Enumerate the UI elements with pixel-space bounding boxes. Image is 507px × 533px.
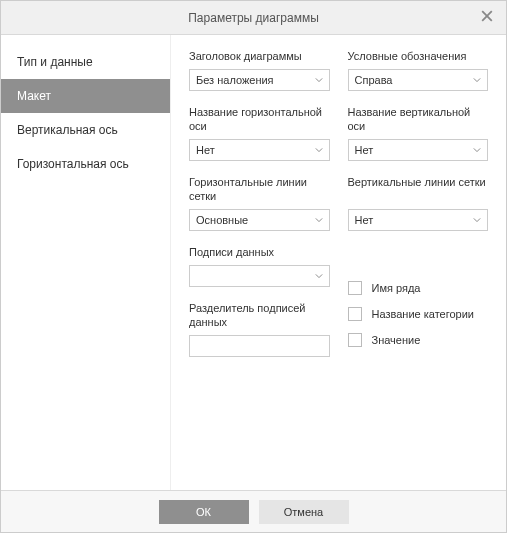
checkbox-value[interactable] bbox=[348, 333, 362, 347]
chevron-down-icon bbox=[473, 216, 481, 224]
label-data-labels: Подписи данных bbox=[189, 245, 330, 259]
cancel-button[interactable]: Отмена bbox=[259, 500, 349, 524]
select-h-gridlines[interactable]: Основные bbox=[189, 209, 330, 231]
label-y-axis-title: Название вертикальной оси bbox=[348, 105, 489, 133]
input-data-labels-sep[interactable] bbox=[189, 335, 330, 357]
right-column: Условные обозначения Справа Название вер… bbox=[348, 49, 489, 480]
sidebar-item-horizontal-axis[interactable]: Горизонтальная ось bbox=[1, 147, 170, 181]
chevron-down-icon bbox=[315, 216, 323, 224]
label-h-gridlines: Горизонтальные линии сетки bbox=[189, 175, 330, 203]
checkbox-row-value: Значение bbox=[348, 333, 489, 347]
chevron-down-icon bbox=[473, 76, 481, 84]
select-x-axis-title-value: Нет bbox=[196, 144, 215, 156]
select-v-gridlines-value: Нет bbox=[355, 214, 374, 226]
field-h-gridlines: Горизонтальные линии сетки Основные bbox=[189, 175, 330, 231]
label-data-labels-sep: Разделитель подписей данных bbox=[189, 301, 330, 329]
sidebar-item-vertical-axis[interactable]: Вертикальная ось bbox=[1, 113, 170, 147]
field-v-gridlines: Вертикальные линии сетки Нет bbox=[348, 175, 489, 231]
checkbox-value-label: Значение bbox=[372, 334, 421, 346]
close-icon bbox=[481, 8, 493, 26]
chevron-down-icon bbox=[473, 146, 481, 154]
checkbox-series-name[interactable] bbox=[348, 281, 362, 295]
field-y-axis-title: Название вертикальной оси Нет bbox=[348, 105, 489, 161]
dialog-body: Тип и данные Макет Вертикальная ось Гори… bbox=[1, 35, 506, 490]
chevron-down-icon bbox=[315, 272, 323, 280]
content: Заголовок диаграммы Без наложения Назван… bbox=[171, 35, 506, 490]
field-chart-title: Заголовок диаграммы Без наложения bbox=[189, 49, 330, 91]
dialog: Параметры диаграммы Тип и данные Макет В… bbox=[0, 0, 507, 533]
checkbox-row-category-name: Название категории bbox=[348, 307, 489, 321]
select-data-labels[interactable] bbox=[189, 265, 330, 287]
sidebar: Тип и данные Макет Вертикальная ось Гори… bbox=[1, 35, 171, 490]
footer: ОК Отмена bbox=[1, 490, 506, 532]
select-chart-title-value: Без наложения bbox=[196, 74, 274, 86]
checkbox-series-name-label: Имя ряда bbox=[372, 282, 421, 294]
field-legend: Условные обозначения Справа bbox=[348, 49, 489, 91]
select-chart-title[interactable]: Без наложения bbox=[189, 69, 330, 91]
field-x-axis-title: Название горизонтальной оси Нет bbox=[189, 105, 330, 161]
dialog-title: Параметры диаграммы bbox=[188, 11, 319, 25]
checkbox-category-name[interactable] bbox=[348, 307, 362, 321]
ok-button[interactable]: ОК bbox=[159, 500, 249, 524]
select-y-axis-title-value: Нет bbox=[355, 144, 374, 156]
chevron-down-icon bbox=[315, 146, 323, 154]
select-legend-value: Справа bbox=[355, 74, 393, 86]
label-legend: Условные обозначения bbox=[348, 49, 489, 63]
spacer bbox=[348, 245, 489, 267]
left-column: Заголовок диаграммы Без наложения Назван… bbox=[189, 49, 330, 480]
titlebar: Параметры диаграммы bbox=[1, 1, 506, 35]
label-v-gridlines: Вертикальные линии сетки bbox=[348, 175, 489, 203]
label-x-axis-title: Название горизонтальной оси bbox=[189, 105, 330, 133]
close-button[interactable] bbox=[478, 8, 496, 26]
checkbox-category-name-label: Название категории bbox=[372, 308, 474, 320]
select-legend[interactable]: Справа bbox=[348, 69, 489, 91]
select-v-gridlines[interactable]: Нет bbox=[348, 209, 489, 231]
field-data-labels-sep: Разделитель подписей данных bbox=[189, 301, 330, 357]
label-chart-title: Заголовок диаграммы bbox=[189, 49, 330, 63]
select-h-gridlines-value: Основные bbox=[196, 214, 248, 226]
chevron-down-icon bbox=[315, 76, 323, 84]
field-data-labels: Подписи данных bbox=[189, 245, 330, 287]
select-y-axis-title[interactable]: Нет bbox=[348, 139, 489, 161]
checkbox-row-series-name: Имя ряда bbox=[348, 281, 489, 295]
sidebar-item-layout[interactable]: Макет bbox=[1, 79, 170, 113]
sidebar-item-type-and-data[interactable]: Тип и данные bbox=[1, 45, 170, 79]
select-x-axis-title[interactable]: Нет bbox=[189, 139, 330, 161]
